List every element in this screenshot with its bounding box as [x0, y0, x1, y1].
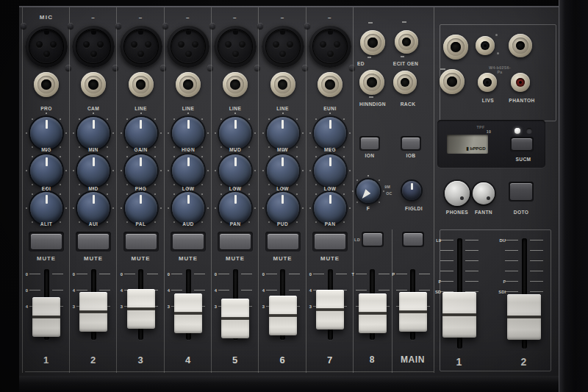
channel-fader[interactable]: 043 [259, 266, 306, 346]
xlr-pin [279, 51, 286, 57]
fader-cap[interactable] [399, 292, 427, 332]
master-fader-1[interactable]: L9FSD 1 [441, 234, 478, 365]
knob-pointer [46, 157, 48, 166]
bus-side-label: LD [353, 238, 360, 242]
mute-button[interactable] [268, 234, 298, 249]
tick-dash [266, 290, 277, 291]
mid-knob[interactable] [30, 154, 62, 187]
fader-tick-label: 3 [209, 304, 217, 308]
mute-button-recess [218, 232, 253, 252]
mute-button[interactable] [126, 234, 157, 249]
low-knob[interactable] [77, 192, 110, 224]
low-knob[interactable] [267, 192, 299, 224]
mid-knob[interactable] [125, 154, 157, 187]
fader-cap[interactable] [174, 293, 202, 333]
gain-knob[interactable] [219, 117, 251, 149]
bus-button[interactable] [404, 233, 423, 246]
channel-fader[interactable]: 043 [70, 266, 117, 346]
aux-knob-figldi[interactable] [402, 181, 421, 200]
mute-button[interactable] [220, 234, 251, 249]
gain-knob[interactable] [30, 117, 62, 149]
xlr-socket [266, 29, 300, 63]
aux-button-ion[interactable] [361, 138, 379, 149]
fader-cap[interactable] [442, 292, 476, 338]
tick-dash [99, 290, 110, 291]
channel-strip-5: – LINE MUD LOW PAN [211, 7, 259, 373]
fader-cap[interactable] [127, 289, 155, 329]
fader-tick-label: 4 [115, 288, 122, 292]
gain-knob[interactable] [314, 117, 346, 149]
fader-cap[interactable] [507, 294, 541, 340]
fader-cap[interactable] [269, 296, 297, 335]
low-knob[interactable] [172, 192, 204, 224]
panel-mark [368, 57, 371, 58]
pan-knob-f[interactable] [356, 179, 380, 203]
fader-tick-label: SD [434, 289, 441, 293]
gain-knob[interactable] [77, 117, 110, 149]
mute-button[interactable] [315, 234, 345, 249]
bus-fader[interactable]: T [353, 266, 392, 346]
fader-tick-label: 0 [209, 271, 217, 276]
channel-fader[interactable]: 043 [117, 266, 165, 346]
fader-cap[interactable] [221, 299, 249, 338]
knob-label: ALIT [31, 221, 62, 227]
fader-cap[interactable] [79, 292, 107, 332]
gain-knob[interactable] [172, 117, 204, 149]
fader-tick-label: DU [498, 238, 506, 242]
xlr-socket [29, 29, 63, 63]
phones-knob[interactable] [445, 181, 470, 206]
sucm-button[interactable] [512, 138, 532, 150]
low-knob[interactable] [30, 192, 62, 224]
channel-top-label: – [74, 14, 112, 21]
screw-icon [209, 23, 215, 29]
knob-pointer [46, 120, 48, 129]
fader-tick-label: 0 [21, 271, 28, 276]
xlr-pin [178, 41, 184, 48]
aux-side-text: 9M [384, 185, 395, 190]
mid-knob[interactable] [172, 154, 204, 187]
knob-label: MIG [31, 147, 62, 152]
master-fader-2[interactable]: DUFSDI 2 [506, 234, 542, 365]
lcd-screen: ▮ bPPGD [447, 135, 488, 154]
aux-button-label: IOB [401, 153, 420, 158]
tick-dash [440, 250, 453, 251]
channel-number: 6 [259, 354, 306, 366]
mute-button[interactable] [78, 234, 109, 249]
low-knob[interactable] [219, 192, 251, 224]
mid-knob[interactable] [219, 154, 251, 187]
channel-fader[interactable]: 043 [212, 266, 259, 346]
mid-knob[interactable] [314, 154, 346, 187]
fader-cap[interactable] [316, 290, 344, 329]
mid-knob[interactable] [267, 154, 299, 187]
fader-cap[interactable] [359, 293, 387, 333]
master-fader-number: 1 [441, 356, 478, 368]
low-knob[interactable] [314, 192, 346, 224]
gain-knob[interactable] [267, 117, 299, 149]
main-out-jack-left [443, 35, 468, 60]
mid-knob[interactable] [77, 154, 110, 187]
tick-dash [76, 290, 87, 291]
mute-button[interactable] [173, 234, 204, 249]
fantn-knob[interactable] [473, 182, 495, 204]
bus-button[interactable] [363, 233, 382, 246]
aux-button-recess [401, 136, 421, 151]
doto-button[interactable] [510, 183, 532, 200]
knob-label: PAN [220, 221, 251, 227]
mute-label: MUTE [217, 255, 254, 262]
tick-dash [29, 274, 40, 274]
channel-fader[interactable]: 043 [165, 266, 212, 346]
channel-fader[interactable]: 043 [306, 266, 354, 346]
xlr-socket [313, 29, 347, 63]
fader-cap[interactable] [32, 297, 60, 337]
tick-dash [440, 271, 453, 271]
xlr-pin [83, 41, 90, 48]
channel-number: 3 [117, 354, 165, 366]
low-knob[interactable] [125, 192, 157, 224]
aux-button-iob[interactable] [402, 138, 420, 149]
bus-fader[interactable]: P [392, 266, 434, 346]
gain-knob[interactable] [125, 117, 157, 149]
tick-dash [52, 274, 63, 274]
channel-fader[interactable]: 004 [23, 266, 70, 346]
mute-button[interactable] [31, 234, 62, 249]
xlr-mic-input [167, 25, 209, 68]
